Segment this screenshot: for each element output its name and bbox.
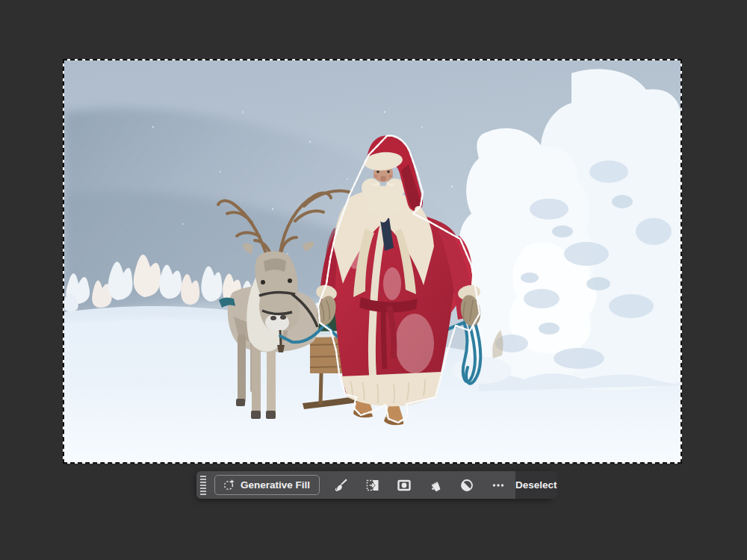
photoshop-workspace: { "window": { "background_color": "#2f2f… xyxy=(0,0,747,560)
photo-scene xyxy=(63,60,681,463)
contextual-taskbar: Generative Fill xyxy=(196,471,553,499)
generative-sparkle-icon xyxy=(223,479,235,491)
taskbar-drag-handle-icon[interactable] xyxy=(200,476,206,495)
adjustment-icon xyxy=(459,478,474,493)
deselect-button[interactable]: Deselect xyxy=(515,471,557,499)
invert-selection-button[interactable] xyxy=(357,471,388,499)
generative-fill-label: Generative Fill xyxy=(241,479,310,491)
more-options-button[interactable] xyxy=(483,471,514,499)
taskbar-tools xyxy=(326,471,514,499)
more-options-icon xyxy=(491,478,506,493)
deselect-label: Deselect xyxy=(515,479,557,491)
document-canvas[interactable] xyxy=(63,60,681,463)
create-mask-icon xyxy=(397,478,412,493)
create-mask-button[interactable] xyxy=(388,471,420,499)
fill-selection-icon xyxy=(428,478,443,493)
generative-fill-button[interactable]: Generative Fill xyxy=(214,475,320,495)
selection-brush-icon xyxy=(334,478,349,493)
fill-selection-button[interactable] xyxy=(420,471,451,499)
adjustment-button[interactable] xyxy=(451,471,483,499)
selection-brush-button[interactable] xyxy=(326,471,357,499)
invert-selection-icon xyxy=(365,478,380,493)
